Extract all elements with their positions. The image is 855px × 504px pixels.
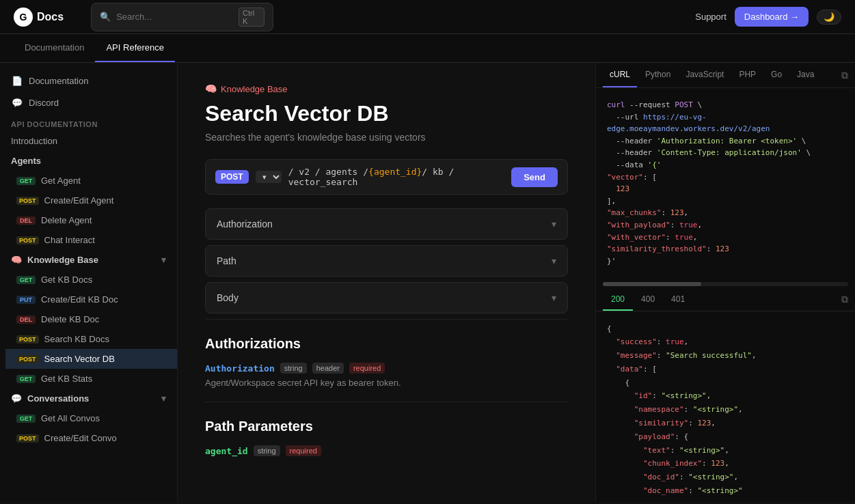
authorizations-title: Authorizations (205, 319, 568, 352)
tab-api-reference[interactable]: API Reference (95, 34, 175, 62)
authorization-header[interactable]: Authorization ▾ (206, 209, 567, 239)
nav-right: Support Dashboard → 🌙 (695, 7, 841, 27)
body-label: Body (217, 292, 239, 303)
method-badge-post: POST (16, 197, 39, 205)
path-field-type: string (254, 445, 280, 456)
authorization-section: Authorization ▾ (205, 208, 568, 240)
copy-code-button[interactable]: ⧉ (841, 70, 848, 81)
path-param: {agent_id} (368, 167, 422, 177)
tab-response-401[interactable]: 401 (663, 289, 693, 311)
authorization-label: Authorization (217, 219, 273, 229)
code-panel: cURL Python JavaScript PHP Go Java ⧉ cur… (595, 63, 855, 502)
method-dropdown[interactable]: ▾ (256, 171, 282, 183)
path-header[interactable]: Path ▾ (206, 246, 567, 276)
support-button[interactable]: Support (695, 12, 727, 22)
sidebar-group-agents[interactable]: Agents (0, 151, 177, 171)
code-tabs: cURL Python JavaScript PHP Go Java ⧉ (596, 63, 855, 88)
path-field-name: agent_id (205, 446, 248, 456)
body-header[interactable]: Body ▾ (206, 283, 567, 313)
method-badge-post: POST (16, 335, 39, 344)
sidebar-item-introduction[interactable]: Introduction (0, 131, 177, 151)
auth-field-type: string (280, 363, 307, 374)
tab-go[interactable]: Go (764, 63, 789, 87)
response-block: { "success": true, "message": "Search su… (596, 311, 855, 503)
breadcrumb-text: Knowledge Base (221, 84, 288, 94)
sidebar-item-search-vector-db[interactable]: POST Search Vector DB (5, 349, 177, 369)
sidebar-section-api-docs: API Documentation (0, 113, 177, 131)
discord-icon: 💬 (11, 96, 23, 109)
tab-documentation[interactable]: Documentation (14, 34, 95, 62)
theme-toggle-button[interactable]: 🌙 (817, 10, 841, 25)
top-navigation: G Docs 🔍 Ctrl K Support Dashboard → 🌙 (0, 0, 855, 34)
sidebar-item-label: Chat Interact (44, 235, 95, 245)
tab-python[interactable]: Python (638, 63, 677, 87)
send-button[interactable]: Send (511, 167, 558, 187)
sidebar-item-search-kb-docs[interactable]: POST Search KB Docs (5, 329, 177, 349)
conversations-icon: 💬 (11, 393, 22, 404)
sidebar-item-create-edit-kb-doc[interactable]: PUT Create/Edit KB Doc (5, 290, 177, 309)
tab-curl[interactable]: cURL (603, 63, 637, 87)
sidebar-item-get-all-convos[interactable]: GET Get All Convos (5, 408, 177, 428)
auth-field-required: required (349, 363, 385, 374)
path-label: Path (217, 255, 236, 266)
method-badge-post: POST (16, 434, 39, 443)
method-badge-post: POST (16, 236, 39, 244)
endpoint-path: / v2 / agents /{agent_id}/ kb / vector_s… (288, 167, 505, 187)
sidebar-item-label: Search KB Docs (44, 334, 109, 344)
auth-field-location: header (312, 363, 344, 374)
sidebar-item-discord[interactable]: 💬 Discord (0, 92, 177, 113)
path-field-header: agent_id string required (205, 445, 568, 456)
horizontal-scrollbar[interactable] (603, 282, 848, 286)
main-content: 🧠 Knowledge Base Search Vector DB Search… (178, 63, 595, 502)
logo-text: Docs (37, 11, 64, 23)
chevron-down-icon: ▾ (161, 393, 166, 404)
path-field: agent_id string required (205, 445, 568, 456)
sidebar-item-get-agent[interactable]: GET Get Agent (5, 171, 177, 191)
sidebar-item-label: Documentation (29, 76, 88, 86)
sidebar-item-documentation[interactable]: 📄 Documentation (0, 70, 177, 92)
sidebar-group-knowledge-base[interactable]: 🧠 Knowledge Base ▾ (0, 250, 177, 270)
method-badge-get: GET (16, 276, 36, 284)
method-badge-get: GET (16, 415, 36, 423)
sidebar-conversations-label: Conversations (27, 393, 89, 404)
sidebar-item-label: Get Agent (41, 176, 81, 186)
sidebar-item-label: Create/Edit KB Doc (41, 294, 118, 305)
sidebar-item-label: Introduction (11, 136, 57, 146)
sidebar-group-conversations[interactable]: 💬 Conversations ▾ (0, 389, 177, 408)
tab-response-200[interactable]: 200 (603, 289, 633, 311)
sidebar-item-get-kb-docs[interactable]: GET Get KB Docs (5, 270, 177, 290)
path-section: Path ▾ (205, 245, 568, 277)
search-bar[interactable]: 🔍 Ctrl K (91, 3, 273, 31)
tab-response-400[interactable]: 400 (633, 289, 663, 311)
sidebar-item-delete-kb-doc[interactable]: DEL Delete KB Doc (5, 309, 177, 329)
sidebar-item-label: Create/Edit Agent (44, 195, 114, 206)
body-section: Body ▾ (205, 282, 568, 313)
auth-field-name: Authorization (205, 363, 275, 374)
method-badge-post: POST (16, 355, 39, 363)
sidebar-item-get-kb-stats[interactable]: GET Get KB Stats (5, 369, 177, 389)
sidebar-item-create-edit-convo[interactable]: POST Create/Edit Convo (5, 428, 177, 448)
sidebar-agents-items: GET Get Agent POST Create/Edit Agent DEL… (0, 171, 177, 250)
sidebar: 📄 Documentation 💬 Discord API Documentat… (0, 63, 178, 502)
breadcrumb-icon: 🧠 (205, 83, 217, 94)
tab-java[interactable]: Java (790, 63, 821, 87)
sidebar-item-label: Delete KB Doc (41, 314, 99, 324)
chevron-down-icon: ▾ (552, 255, 556, 266)
tab-php[interactable]: PHP (732, 63, 763, 87)
sidebar-item-chat-interact[interactable]: POST Chat Interact (5, 230, 177, 250)
page-description: Searches the agent's knowledge base usin… (205, 132, 568, 143)
method-tag: POST (215, 170, 249, 184)
tab-javascript[interactable]: JavaScript (679, 63, 731, 87)
copy-response-button[interactable]: ⧉ (841, 294, 848, 305)
sidebar-item-create-edit-agent[interactable]: POST Create/Edit Agent (5, 191, 177, 210)
sidebar-item-delete-agent[interactable]: DEL Delete Agent (5, 210, 177, 230)
auth-field-description: Agent/Workspace secret API key as bearer… (205, 378, 568, 388)
sidebar-item-label: Get KB Docs (41, 275, 92, 285)
search-input[interactable] (116, 12, 233, 22)
dashboard-button[interactable]: Dashboard → (735, 7, 809, 27)
auth-field: Authorization string header required Age… (205, 363, 568, 388)
search-icon: 🔍 (100, 12, 111, 22)
logo: G Docs (14, 8, 64, 27)
sidebar-item-label: Get All Convos (41, 413, 100, 423)
path-params-title: Path Parameters (205, 402, 568, 434)
